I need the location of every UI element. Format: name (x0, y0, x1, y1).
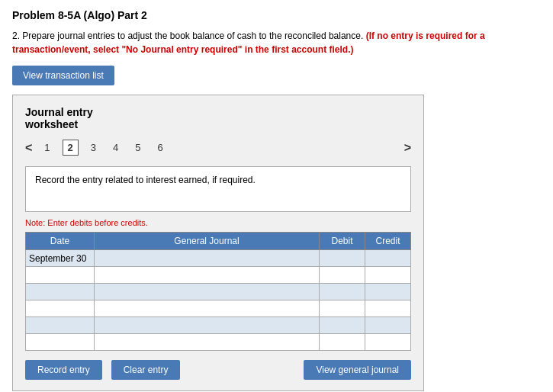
worksheet-container: Journal entry worksheet < 1 2 3 4 5 6 > … (12, 95, 424, 391)
pagination-prev[interactable]: < (25, 141, 32, 155)
table-row (26, 284, 411, 300)
table-row (26, 334, 411, 351)
cell-debit-2[interactable] (320, 267, 365, 284)
view-general-journal-button[interactable]: View general journal (304, 360, 411, 380)
cell-journal-5[interactable] (95, 317, 320, 334)
worksheet-title: Journal entry worksheet (25, 106, 411, 130)
cell-date-2 (26, 267, 95, 284)
table-row (26, 317, 411, 334)
cell-credit-3[interactable] (365, 284, 411, 300)
cell-date-6 (26, 334, 95, 351)
debit-input-3[interactable] (323, 287, 362, 297)
page-2[interactable]: 2 (63, 140, 79, 156)
credit-input-2[interactable] (368, 270, 407, 281)
journal-table: Date General Journal Debit Credit Septem… (25, 232, 411, 351)
note-text: Note: Enter debits before credits. (25, 218, 411, 227)
debit-input-2[interactable] (323, 270, 362, 281)
cell-credit-4[interactable] (365, 300, 411, 317)
view-transaction-button[interactable]: View transaction list (12, 66, 114, 85)
instructions: 2. Prepare journal entries to adjust the… (12, 29, 541, 56)
debit-input-6[interactable] (323, 337, 362, 348)
debit-input-1[interactable] (323, 253, 362, 264)
table-row (26, 300, 411, 317)
journal-input-2[interactable] (98, 270, 316, 281)
credit-input-5[interactable] (368, 320, 407, 331)
record-entry-button[interactable]: Record entry (25, 360, 102, 380)
cell-date-1: September 30 (26, 250, 95, 267)
page-title: Problem 8-5A (Algo) Part 2 (12, 9, 541, 21)
col-header-credit: Credit (365, 233, 411, 250)
cell-debit-1[interactable] (320, 250, 365, 267)
cell-date-3 (26, 284, 95, 300)
table-row: September 30 (26, 250, 411, 267)
page-4[interactable]: 4 (108, 140, 123, 155)
journal-input-5[interactable] (98, 320, 316, 331)
cell-debit-6[interactable] (320, 334, 365, 351)
pagination: < 1 2 3 4 5 6 > (25, 140, 411, 156)
cell-debit-5[interactable] (320, 317, 365, 334)
buttons-row: Record entry Clear entry View general jo… (25, 360, 411, 380)
cell-date-5 (26, 317, 95, 334)
debit-input-5[interactable] (323, 320, 362, 331)
table-row (26, 267, 411, 284)
entry-description: Record the entry related to interest ear… (25, 166, 411, 212)
cell-credit-1[interactable] (365, 250, 411, 267)
clear-entry-button[interactable]: Clear entry (111, 360, 181, 380)
cell-credit-6[interactable] (365, 334, 411, 351)
page-5[interactable]: 5 (130, 140, 145, 155)
journal-input-3[interactable] (98, 287, 316, 297)
debit-input-4[interactable] (323, 304, 362, 314)
credit-input-4[interactable] (368, 304, 407, 314)
cell-credit-5[interactable] (365, 317, 411, 334)
credit-input-1[interactable] (368, 253, 407, 264)
journal-input-4[interactable] (98, 304, 316, 314)
date-label-1: September 30 (29, 253, 86, 264)
journal-input-1[interactable] (98, 253, 316, 264)
col-header-journal: General Journal (95, 233, 320, 250)
instructions-prefix: 2. Prepare journal entries to adjust the… (12, 31, 366, 41)
col-header-debit: Debit (320, 233, 365, 250)
credit-input-3[interactable] (368, 287, 407, 297)
journal-input-6[interactable] (98, 337, 316, 348)
cell-date-4 (26, 300, 95, 317)
cell-journal-4[interactable] (95, 300, 320, 317)
page-1[interactable]: 1 (40, 140, 54, 155)
cell-debit-3[interactable] (320, 284, 365, 300)
page-6[interactable]: 6 (153, 140, 168, 155)
cell-journal-2[interactable] (95, 267, 320, 284)
col-header-date: Date (26, 233, 95, 250)
cell-debit-4[interactable] (320, 300, 365, 317)
pagination-next[interactable]: > (404, 141, 411, 155)
cell-journal-3[interactable] (95, 284, 320, 300)
cell-journal-1[interactable] (95, 250, 320, 267)
cell-journal-6[interactable] (95, 334, 320, 351)
cell-credit-2[interactable] (365, 267, 411, 284)
credit-input-6[interactable] (368, 337, 407, 348)
page-3[interactable]: 3 (86, 140, 101, 155)
